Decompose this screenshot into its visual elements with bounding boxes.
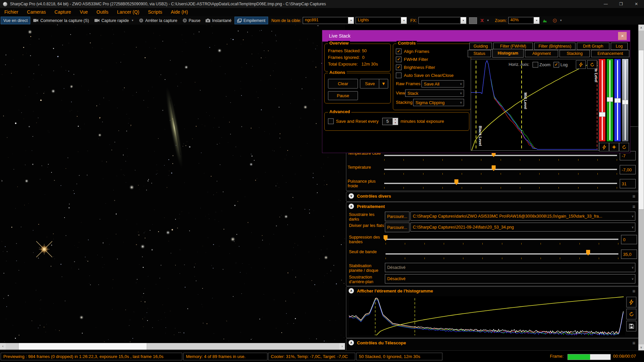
dialog-title-bar[interactable]: Live Stack ✕ xyxy=(322,30,630,42)
fx-combo[interactable]: ▼ xyxy=(418,17,466,24)
selection-tool-button[interactable] xyxy=(469,17,477,24)
red-level-slider[interactable] xyxy=(599,59,605,141)
fwhm-filter-checkbox[interactable]: ✓ xyxy=(396,57,402,62)
save-button[interactable]: Save xyxy=(360,79,380,89)
dialog-close-button[interactable]: ✕ xyxy=(618,32,627,40)
menu-capture[interactable]: Capture xyxy=(50,8,76,16)
pause-stack-button[interactable]: Pause xyxy=(328,91,358,100)
panel-scrollbar[interactable]: ∧ ∨ xyxy=(638,25,644,350)
start-capture-button[interactable]: Commencer la capture (S) xyxy=(31,17,91,24)
expand-chevron-icon[interactable]: ∨ xyxy=(349,193,354,199)
scroll-left-icon[interactable]: ‹ xyxy=(0,343,6,350)
collapse-chevron-icon[interactable]: ∧ xyxy=(349,204,354,209)
reset-stretch-button[interactable] xyxy=(626,309,636,319)
tab-log[interactable]: Log xyxy=(611,43,628,50)
snapshot-button[interactable]: Instantané xyxy=(203,17,234,24)
section-menu-icon[interactable]: ≡ xyxy=(632,193,635,199)
tab-histogram[interactable]: Histogram xyxy=(492,49,524,58)
live-stack-button[interactable]: Empilement xyxy=(235,17,268,24)
close-button[interactable]: ✕ xyxy=(629,0,644,8)
auto-levels-button[interactable] xyxy=(576,60,586,69)
section-menu-icon[interactable]: ≡ xyxy=(632,204,635,209)
tab-alignment[interactable]: Alignment xyxy=(525,50,558,57)
reset-histogram-button[interactable] xyxy=(619,143,629,151)
section-menu-icon[interactable]: ≡ xyxy=(632,288,635,294)
stabilization-combo[interactable]: Désactivé ∨ xyxy=(385,263,635,272)
menu-vue[interactable]: Vue xyxy=(76,8,92,16)
stretch-histogram-plot[interactable] xyxy=(349,296,625,335)
tab-enhancement[interactable]: Enhancement xyxy=(591,50,629,57)
camera-icon xyxy=(94,19,100,22)
spin-down-icon[interactable]: ▼ xyxy=(393,121,398,125)
scroll-right-icon[interactable]: › xyxy=(339,343,345,350)
auto-stretch-button[interactable] xyxy=(626,297,636,307)
browse-flats-button[interactable]: Parcourir... xyxy=(385,223,409,232)
sparkle-enhance-button[interactable] xyxy=(609,143,619,151)
tab-stacking[interactable]: Stacking xyxy=(560,50,590,57)
zoom-combo[interactable]: 40% ▼ xyxy=(508,17,540,24)
live-view-button[interactable]: Vue en direct xyxy=(1,17,30,24)
menu-lancer-q-[interactable]: Lancer (Q) xyxy=(113,8,144,16)
stacking-combo[interactable]: Sigma Clipping ∨ xyxy=(413,99,464,106)
auto-stretch-stack-button[interactable] xyxy=(599,143,609,151)
section-menu-icon[interactable]: ≡ xyxy=(632,340,635,346)
horiz-zoom-checkbox[interactable] xyxy=(533,62,538,68)
chevron-down-icon: ▼ xyxy=(560,19,562,22)
tab-guiding[interactable]: Guiding xyxy=(469,43,492,50)
green-level-slider[interactable] xyxy=(607,59,613,141)
browse-darks-button[interactable]: Parcourir... xyxy=(385,212,409,221)
background-subtraction-combo[interactable]: Désactivé ∨ xyxy=(385,274,635,283)
horiz-log-checkbox[interactable]: ✓ xyxy=(554,62,559,68)
raw-frames-combo[interactable]: Save All ∨ xyxy=(421,80,464,88)
menu-fichier[interactable]: Fichier xyxy=(0,8,23,16)
banding-suppression-slider[interactable] xyxy=(386,234,618,246)
horizontal-scrollbar[interactable]: ‹ › xyxy=(0,343,345,350)
target-name-combo[interactable]: ngc891 ▼ xyxy=(303,17,354,24)
tab-filter-brightness-[interactable]: Filter (Brightness) xyxy=(534,43,575,50)
save-reset-checkbox[interactable] xyxy=(328,118,334,124)
quick-capture-button[interactable]: Capture rapide ▼ xyxy=(92,17,136,24)
collapse-chevron-icon[interactable]: ∧ xyxy=(349,288,354,293)
save-options-chevron[interactable]: ▼ xyxy=(379,79,388,89)
save-stretch-button[interactable] xyxy=(626,321,636,331)
blue-level-slider[interactable] xyxy=(614,59,621,141)
reset-levels-button[interactable] xyxy=(587,60,597,69)
menu-outils[interactable]: Outils xyxy=(92,8,113,16)
spin-up-icon[interactable]: ▲ xyxy=(393,118,398,121)
darks-path-combo[interactable]: C:\SharpCap Captures\darks\ZWO ASI533MC … xyxy=(410,212,635,221)
menu-scripts[interactable]: Scripts xyxy=(144,8,167,16)
menu-cameras[interactable]: Cameras xyxy=(23,8,50,16)
white-level-slider[interactable] xyxy=(622,59,628,141)
live-stack-histogram-plot[interactable]: Black LevelMid LevelWhite Level xyxy=(471,59,599,151)
view-combo[interactable]: Stack ∨ xyxy=(405,90,464,97)
pause-button[interactable]: Pause xyxy=(180,17,203,24)
flats-path-combo[interactable]: C:\SharpCap Captures\2021-09-24\flats\20… xyxy=(410,223,635,232)
image-viewport[interactable] xyxy=(0,25,345,343)
brightness-filter-checkbox[interactable]: ✓ xyxy=(396,65,402,70)
minimize-button[interactable]: — xyxy=(598,0,613,8)
svg-text:Black Level: Black Level xyxy=(478,126,482,146)
tab-status[interactable]: Status xyxy=(468,50,491,57)
collapse-chevron-icon[interactable]: ∧ xyxy=(349,340,354,345)
panel-scrollbar-thumb[interactable] xyxy=(638,50,644,210)
scroll-down-icon[interactable]: ∨ xyxy=(638,344,644,350)
temperature-slider[interactable] xyxy=(384,164,617,176)
histogram-tool-button[interactable] xyxy=(540,17,550,24)
frame-type-combo[interactable]: Lights ▼ xyxy=(356,17,407,24)
clear-selection-button[interactable]: ▼ xyxy=(478,17,492,24)
chevron-down-icon: ∨ xyxy=(631,226,634,229)
horizontal-scrollbar-thumb[interactable] xyxy=(18,343,147,350)
tab-drift-graph[interactable]: Drift Graph xyxy=(577,43,609,50)
menu-aide-h-[interactable]: Aide (H) xyxy=(167,8,192,16)
stop-capture-button[interactable]: Arrêter la capture xyxy=(137,17,180,24)
maximize-button[interactable]: ❐ xyxy=(613,0,629,8)
scroll-up-icon[interactable]: ∧ xyxy=(638,25,644,31)
cooler-power-slider[interactable] xyxy=(384,178,617,190)
toolbar: Vue en direct Commencer la capture (S) C… xyxy=(0,16,644,25)
banding-threshold-slider[interactable] xyxy=(386,249,618,261)
clear-button[interactable]: Clear xyxy=(328,79,358,89)
reticle-button[interactable]: ▼ xyxy=(550,17,564,24)
interval-spinner[interactable]: 5 ▲▼ xyxy=(382,118,398,125)
auto-save-on-clear-close-checkbox[interactable] xyxy=(396,73,402,78)
align-frames-checkbox[interactable]: ✓ xyxy=(396,49,402,54)
